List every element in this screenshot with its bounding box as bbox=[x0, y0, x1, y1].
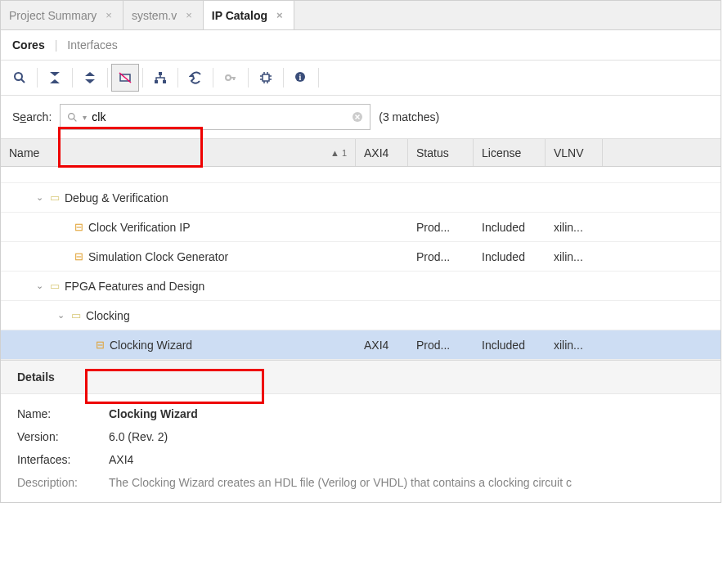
tree-group-fpga-features[interactable]: ⌄ ▭ FPGA Features and Design bbox=[1, 272, 721, 301]
tab-bar: Project Summary × system.v × IP Catalog … bbox=[1, 1, 721, 30]
chip-icon[interactable] bbox=[252, 64, 280, 92]
tree-label: Debug & Verification bbox=[65, 191, 168, 204]
details-panel: Name: Clocking Wizard Version: 6.0 (Rev.… bbox=[1, 394, 721, 502]
tree-group-clocking[interactable]: ⌄ ▭ Clocking bbox=[1, 301, 721, 330]
cell-license: Included bbox=[474, 250, 546, 263]
clear-icon[interactable] bbox=[352, 111, 363, 123]
tab-label: IP Catalog bbox=[212, 9, 267, 22]
tree-item-clocking-wizard[interactable]: ⊟ Clocking Wizard AXI4 Prod... Included … bbox=[1, 330, 721, 360]
subtab-bar: Cores | Interfaces bbox=[1, 30, 721, 61]
folder-icon: ▭ bbox=[71, 309, 81, 321]
detail-value-name: Clocking Wizard bbox=[109, 407, 198, 420]
column-header-vlnv[interactable]: VLNV bbox=[546, 139, 603, 166]
close-icon[interactable]: × bbox=[274, 9, 285, 21]
settings-icon[interactable] bbox=[182, 64, 209, 92]
tree-label: Clock Verification IP bbox=[88, 221, 191, 234]
cell-license: Included bbox=[474, 339, 546, 352]
detail-label-description: Description: bbox=[17, 476, 99, 489]
close-icon[interactable]: × bbox=[103, 9, 115, 21]
tree-label: Clocking Wizard bbox=[110, 339, 192, 352]
detail-value-interfaces: AXI4 bbox=[109, 453, 133, 466]
tab-label: Project Summary bbox=[9, 9, 97, 22]
svg-line-14 bbox=[74, 119, 76, 121]
subtab-cores[interactable]: Cores bbox=[12, 38, 45, 52]
expand-all-icon[interactable] bbox=[76, 64, 104, 92]
tab-system-v[interactable]: system.v × bbox=[123, 1, 204, 29]
tab-ip-catalog[interactable]: IP Catalog × bbox=[204, 1, 294, 29]
detail-value-version: 6.0 (Rev. 2) bbox=[109, 430, 168, 443]
tree-item-clock-verification-ip[interactable]: ⊟ Clock Verification IP Prod... Included… bbox=[1, 213, 721, 242]
svg-text:i: i bbox=[299, 73, 302, 82]
ip-icon: ⊟ bbox=[96, 339, 105, 351]
search-box: ▾ bbox=[60, 104, 370, 130]
svg-rect-6 bbox=[163, 80, 166, 83]
cell-vlnv: xilin... bbox=[546, 339, 603, 352]
search-row: Search: ▾ (3 matches) bbox=[1, 96, 721, 139]
collapse-all-icon[interactable] bbox=[41, 64, 69, 92]
cell-status: Prod... bbox=[408, 250, 474, 263]
svg-point-0 bbox=[15, 73, 22, 80]
cell-axi4: AXI4 bbox=[356, 339, 408, 352]
chevron-down-icon[interactable]: ⌄ bbox=[55, 310, 66, 321]
tree-item-simulation-clock-generator[interactable]: ⊟ Simulation Clock Generator Prod... Inc… bbox=[1, 242, 721, 272]
search-input[interactable] bbox=[92, 110, 347, 123]
column-header-axi4[interactable]: AXI4 bbox=[356, 139, 408, 166]
hide-incompatible-icon[interactable] bbox=[111, 64, 139, 92]
match-count: (3 matches) bbox=[379, 110, 439, 123]
column-header-name[interactable]: Name ▲ 1 bbox=[1, 139, 356, 166]
cell-status: Prod... bbox=[408, 339, 474, 352]
subtab-interfaces[interactable]: Interfaces bbox=[67, 38, 117, 52]
ip-icon: ⊟ bbox=[74, 250, 83, 263]
chevron-down-icon[interactable]: ⌄ bbox=[34, 281, 45, 291]
tree-label: FPGA Features and Design bbox=[65, 280, 204, 293]
hierarchy-icon[interactable] bbox=[146, 64, 174, 92]
cell-status: Prod... bbox=[408, 221, 474, 234]
column-header-license[interactable]: License bbox=[474, 139, 546, 166]
search-field-icon bbox=[67, 112, 78, 123]
detail-label-interfaces: Interfaces: bbox=[17, 453, 99, 466]
search-label: Search: bbox=[12, 110, 52, 123]
svg-point-13 bbox=[69, 113, 74, 119]
details-title: Details bbox=[1, 360, 721, 394]
tree-label: Clocking bbox=[86, 309, 130, 322]
key-icon bbox=[217, 64, 245, 92]
folder-icon: ▭ bbox=[50, 280, 60, 292]
cell-vlnv: xilin... bbox=[546, 250, 603, 263]
tree-label: Simulation Clock Generator bbox=[88, 250, 228, 263]
svg-rect-10 bbox=[263, 74, 269, 81]
ip-tree: ⌄ ▭ Debug & Verification ⊟ Clock Verific… bbox=[1, 167, 721, 360]
svg-rect-4 bbox=[159, 72, 162, 75]
tab-label: system.v bbox=[132, 9, 177, 22]
close-icon[interactable]: × bbox=[183, 9, 195, 21]
cell-license: Included bbox=[474, 221, 546, 234]
column-header-status[interactable]: Status bbox=[408, 139, 474, 166]
tree-group-debug-verification[interactable]: ⌄ ▭ Debug & Verification bbox=[1, 183, 721, 213]
toolbar: i bbox=[1, 61, 721, 96]
folder-icon: ▭ bbox=[50, 191, 60, 204]
detail-label-version: Version: bbox=[17, 430, 99, 443]
divider: | bbox=[55, 38, 58, 52]
chevron-down-icon[interactable]: ⌄ bbox=[34, 192, 45, 203]
svg-rect-5 bbox=[155, 80, 158, 83]
table-row-spacer bbox=[1, 167, 721, 183]
search-icon[interactable] bbox=[6, 64, 34, 92]
ip-icon: ⊟ bbox=[74, 221, 83, 233]
sort-indicator: ▲ 1 bbox=[330, 148, 347, 158]
cell-vlnv: xilin... bbox=[546, 221, 603, 234]
info-icon[interactable]: i bbox=[287, 64, 315, 92]
detail-label-name: Name: bbox=[17, 407, 99, 420]
search-dropdown-icon[interactable]: ▾ bbox=[83, 113, 87, 122]
table-header: Name ▲ 1 AXI4 Status License VLNV bbox=[1, 139, 721, 167]
svg-point-7 bbox=[226, 75, 231, 80]
tab-project-summary[interactable]: Project Summary × bbox=[1, 1, 123, 29]
detail-value-description: The Clocking Wizard creates an HDL file … bbox=[109, 476, 572, 489]
svg-line-1 bbox=[21, 79, 25, 83]
